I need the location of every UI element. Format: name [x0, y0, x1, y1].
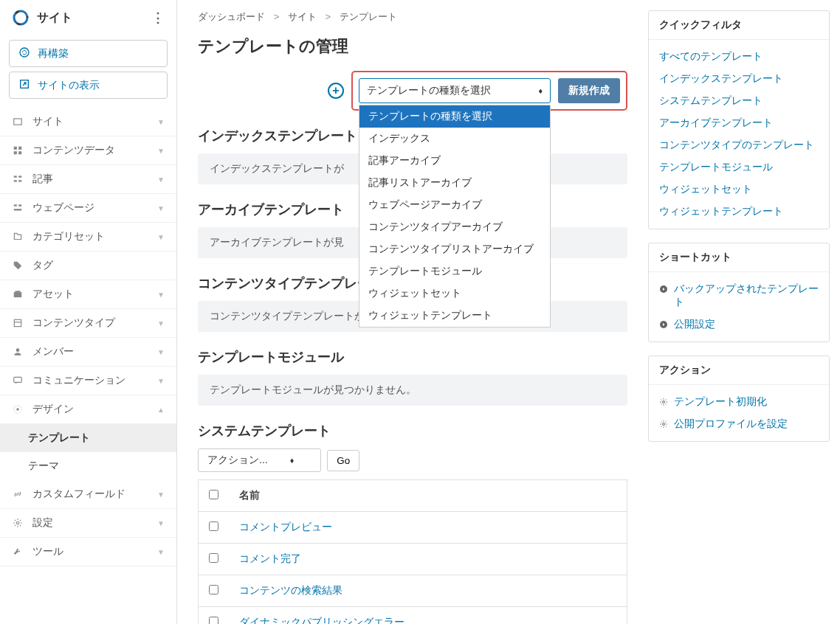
sidebar-header: サイト ⋮ — [0, 0, 176, 35]
sidebar: サイト ⋮ 再構築 サイトの表示 サイト ▼ — [0, 0, 177, 624]
sidebar-subitem-theme[interactable]: テーマ — [0, 452, 176, 480]
page-title: テンプレートの管理 — [198, 35, 627, 58]
more-icon[interactable]: ⋮ — [151, 10, 165, 26]
dropdown-item[interactable]: テンプレートの種類を選択 — [359, 105, 550, 128]
filter-link[interactable]: ウィジェットテンプレート — [659, 201, 819, 223]
view-site-button[interactable]: サイトの表示 — [9, 72, 168, 99]
select-all-checkbox[interactable] — [209, 490, 218, 499]
filter-link[interactable]: ウィジェットセット — [659, 178, 819, 201]
svg-rect-9 — [14, 176, 17, 177]
sidebar-item-categoryset[interactable]: カテゴリセット ▼ — [0, 223, 176, 252]
table-row: コンテンツの検索結果 — [199, 575, 627, 607]
svg-rect-16 — [14, 292, 22, 297]
sidebar-item-member[interactable]: メンバー ▼ — [0, 338, 176, 367]
filter-link[interactable]: テンプレートモジュール — [659, 156, 819, 178]
sidebar-item-customfield[interactable]: カスタムフィールド ▼ — [0, 480, 176, 509]
template-link[interactable]: コメント完了 — [239, 552, 301, 564]
section-title-module: テンプレートモジュール — [198, 348, 627, 366]
sidebar-item-webpage[interactable]: ウェブページ ▼ — [0, 194, 176, 223]
dropdown-item[interactable]: コンテンツタイプアーカイブ — [359, 216, 550, 238]
sidebar-actions: 再構築 サイトの表示 — [0, 35, 176, 108]
svg-rect-4 — [14, 119, 22, 125]
breadcrumb-site[interactable]: サイト — [288, 11, 317, 22]
sidebar-item-contentdata[interactable]: コンテンツデータ ▼ — [0, 136, 176, 165]
add-icon[interactable]: + — [328, 83, 344, 99]
shortcut-label: 公開設定 — [674, 318, 715, 331]
sidebar-item-site[interactable]: サイト ▼ — [0, 108, 176, 136]
chevron-down-icon: ▼ — [157, 519, 165, 527]
action-label: 公開プロファイルを設定 — [674, 417, 788, 431]
svg-rect-12 — [18, 180, 21, 181]
template-link[interactable]: コンテンツの検索結果 — [239, 584, 342, 596]
chevron-down-icon: ▼ — [157, 319, 165, 327]
row-checkbox[interactable] — [209, 585, 218, 594]
svg-rect-14 — [18, 204, 21, 206]
sidebar-subitem-template[interactable]: テンプレート — [0, 424, 176, 452]
design-icon — [12, 403, 24, 415]
dropdown-item[interactable]: ウィジェットセット — [359, 282, 550, 305]
dropdown-item[interactable]: コンテンツタイプリストアーカイブ — [359, 238, 550, 260]
go-button[interactable]: Go — [327, 450, 359, 471]
filter-link[interactable]: すべてのテンプレート — [659, 46, 819, 68]
sidebar-item-tag[interactable]: タグ — [0, 252, 176, 280]
create-new-button[interactable]: 新規作成 — [558, 78, 620, 103]
page-icon — [12, 202, 24, 214]
breadcrumb: ダッシュボード > サイト > テンプレート — [198, 10, 627, 24]
actions-row: アクション... ♦ Go — [198, 448, 627, 472]
template-type-dropdown: テンプレートの種類を選択 インデックス 記事アーカイブ 記事リストアーカイブ ウ… — [359, 105, 551, 327]
rebuild-icon — [18, 46, 30, 60]
right-column: クイックフィルタ すべてのテンプレート インデックステンプレート システムテンプ… — [648, 0, 840, 624]
actions-panel: アクション テンプレート初期化 公開プロファイルを設定 — [648, 356, 830, 442]
bulk-action-select[interactable]: アクション... ♦ — [198, 448, 321, 472]
shortcut-link[interactable]: 公開設定 — [659, 313, 819, 336]
dropdown-item[interactable]: ウィジェットテンプレート — [359, 305, 550, 327]
main-content: ダッシュボード > サイト > テンプレート テンプレートの管理 + テンプレー… — [177, 0, 648, 624]
shortcut-link[interactable]: バックアップされたテンプレート — [659, 278, 819, 313]
dropdown-item[interactable]: 記事リストアーカイブ — [359, 172, 550, 194]
svg-point-27 — [663, 401, 665, 403]
sidebar-item-contenttype[interactable]: コンテンツタイプ ▼ — [0, 309, 176, 338]
chevron-down-icon: ▼ — [157, 548, 165, 556]
dropdown-item[interactable]: 記事アーカイブ — [359, 150, 550, 172]
dropdown-item[interactable]: インデックス — [359, 128, 550, 150]
row-checkbox[interactable] — [209, 553, 218, 563]
arrow-right-icon — [659, 284, 668, 296]
filter-link[interactable]: コンテンツタイプのテンプレート — [659, 134, 819, 156]
filter-link[interactable]: インデックステンプレート — [659, 68, 819, 90]
sidebar-item-asset[interactable]: アセット ▼ — [0, 280, 176, 309]
sidebar-item-design[interactable]: デザイン ▲ — [0, 395, 176, 424]
svg-rect-15 — [14, 209, 22, 210]
gear-icon — [659, 419, 668, 431]
breadcrumb-sep: > — [325, 11, 331, 22]
toolbar: + テンプレートの種類を選択 ♦ テンプレートの種類を選択 インデックス 記事ア… — [198, 71, 627, 111]
rebuild-button[interactable]: 再構築 — [9, 40, 168, 67]
dropdown-item[interactable]: ウェブページアーカイブ — [359, 194, 550, 216]
subnav-label: テンプレート — [28, 431, 90, 443]
sidebar-item-settings[interactable]: 設定 ▼ — [0, 509, 176, 538]
wrench-icon — [12, 546, 24, 558]
sidebar-item-tools[interactable]: ツール ▼ — [0, 538, 176, 566]
svg-point-22 — [16, 408, 19, 411]
select-label: テンプレートの種類を選択 — [367, 84, 491, 97]
template-link[interactable]: コメントプレビュー — [239, 521, 332, 533]
table-row: コメント完了 — [199, 544, 627, 575]
nav-label: コンテンツタイプ — [32, 316, 115, 330]
filter-link[interactable]: アーカイブテンプレート — [659, 112, 819, 134]
dropdown-item[interactable]: テンプレートモジュール — [359, 260, 550, 282]
nav-label: コンテンツデータ — [32, 144, 115, 157]
svg-rect-13 — [14, 204, 17, 206]
nav-label: タグ — [32, 259, 53, 272]
template-type-select[interactable]: テンプレートの種類を選択 ♦ — [359, 78, 551, 103]
filter-link[interactable]: システムテンプレート — [659, 90, 819, 112]
sidebar-item-entry[interactable]: 記事 ▼ — [0, 165, 176, 194]
nav-label: 記事 — [32, 173, 53, 186]
breadcrumb-dashboard[interactable]: ダッシュボード — [198, 11, 265, 22]
row-checkbox[interactable] — [209, 521, 218, 531]
template-link[interactable]: ダイナミックパブリッシングエラー — [239, 616, 404, 624]
svg-point-2 — [20, 48, 29, 57]
nav-label: 設定 — [32, 516, 53, 530]
action-link[interactable]: 公開プロファイルを設定 — [659, 413, 819, 435]
sidebar-item-communication[interactable]: コミュニケーション ▼ — [0, 367, 176, 395]
row-checkbox[interactable] — [209, 617, 218, 624]
action-link[interactable]: テンプレート初期化 — [659, 391, 819, 413]
